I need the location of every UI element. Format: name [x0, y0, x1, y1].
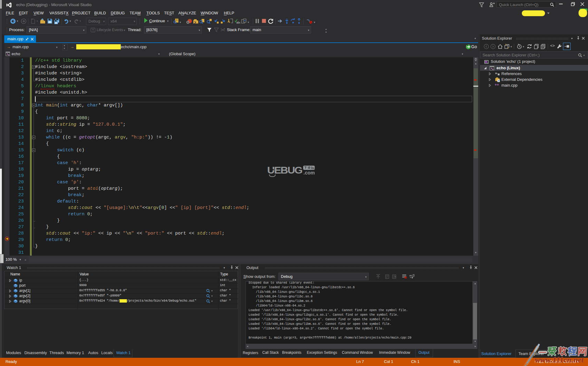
svg-text:abc: abc — [236, 21, 240, 24]
svg-text:ab: ab — [409, 274, 412, 277]
svg-text:www.111cn.net: www.111cn.net — [535, 357, 584, 364]
